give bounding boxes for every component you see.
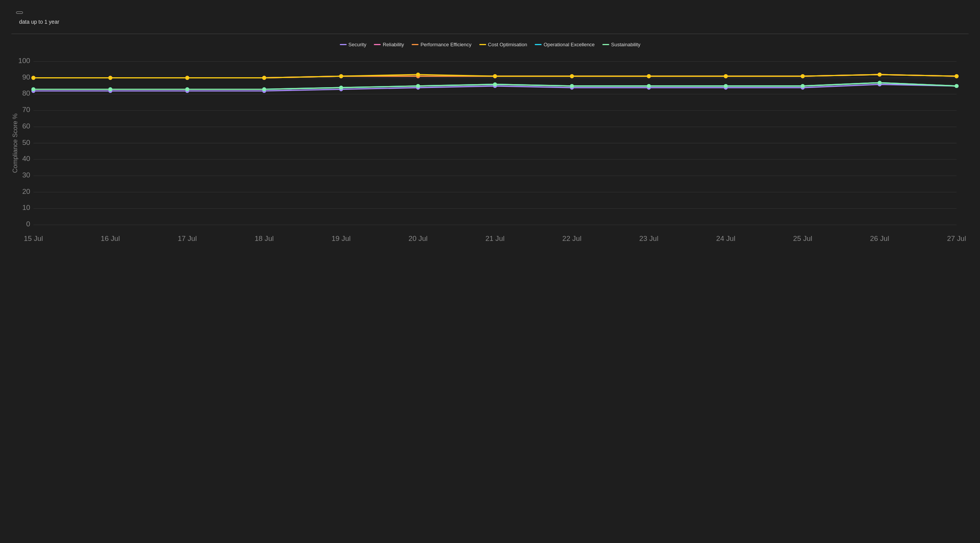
svg-point-84 xyxy=(647,74,651,78)
chart-svg: 0102030405060708090100Compliance Score %… xyxy=(11,54,969,245)
svg-text:26 Jul: 26 Jul xyxy=(870,234,889,242)
svg-text:17 Jul: 17 Jul xyxy=(178,234,197,242)
svg-point-104 xyxy=(185,88,189,91)
svg-text:19 Jul: 19 Jul xyxy=(331,234,350,242)
deprecated-badge xyxy=(16,11,23,14)
svg-text:18 Jul: 18 Jul xyxy=(255,234,274,242)
svg-text:16 Jul: 16 Jul xyxy=(101,234,120,242)
divider xyxy=(11,34,969,34)
svg-point-76 xyxy=(31,76,35,80)
svg-text:15 Jul: 15 Jul xyxy=(24,234,43,242)
svg-point-102 xyxy=(31,88,35,91)
svg-point-110 xyxy=(647,84,651,88)
svg-point-106 xyxy=(339,86,343,89)
svg-rect-0 xyxy=(11,54,969,245)
svg-point-85 xyxy=(724,74,728,78)
bullet-list: data up to 1 year xyxy=(19,18,969,26)
legend-color xyxy=(412,44,419,45)
svg-point-112 xyxy=(801,84,805,88)
svg-point-78 xyxy=(185,76,189,80)
legend-label: Cost Optimisation xyxy=(488,42,527,47)
legend-item: Operational Excellence xyxy=(535,42,595,47)
legend-label: Security xyxy=(349,42,367,47)
legend-color xyxy=(535,44,542,45)
legend-label: Operational Excellence xyxy=(544,42,595,47)
svg-text:70: 70 xyxy=(22,106,30,114)
svg-point-109 xyxy=(570,84,574,88)
legend-label: Reliability xyxy=(383,42,404,47)
svg-text:20 Jul: 20 Jul xyxy=(409,234,428,242)
legend-color xyxy=(602,44,609,45)
header-section: data up to 1 year xyxy=(11,11,969,26)
svg-point-80 xyxy=(339,74,343,78)
svg-point-88 xyxy=(954,74,958,78)
chart-container: SecurityReliabilityPerformance Efficienc… xyxy=(11,42,969,256)
legend-label: Performance Efficiency xyxy=(420,42,471,47)
svg-text:20: 20 xyxy=(22,187,30,195)
svg-point-105 xyxy=(262,88,266,91)
legend-item: Sustainability xyxy=(602,42,641,47)
legend-color xyxy=(374,44,381,45)
svg-point-79 xyxy=(262,76,266,80)
svg-text:40: 40 xyxy=(22,155,30,163)
legend-item: Security xyxy=(340,42,367,47)
svg-text:60: 60 xyxy=(22,122,30,130)
svg-text:90: 90 xyxy=(22,73,30,81)
description: data up to 1 year xyxy=(11,18,969,26)
legend: SecurityReliabilityPerformance Efficienc… xyxy=(11,42,969,47)
svg-text:24 Jul: 24 Jul xyxy=(716,234,735,242)
legend-label: Sustainability xyxy=(611,42,641,47)
svg-point-87 xyxy=(878,73,881,76)
svg-point-108 xyxy=(493,83,497,86)
svg-text:27 Jul: 27 Jul xyxy=(947,234,966,242)
svg-text:100: 100 xyxy=(18,57,30,65)
legend-item: Reliability xyxy=(374,42,404,47)
chart-area: 0102030405060708090100Compliance Score %… xyxy=(11,54,969,245)
svg-text:80: 80 xyxy=(22,89,30,98)
svg-point-103 xyxy=(108,88,112,91)
svg-text:0: 0 xyxy=(26,220,30,228)
svg-text:21 Jul: 21 Jul xyxy=(485,234,505,242)
svg-text:Compliance Score %: Compliance Score % xyxy=(11,114,19,173)
legend-item: Performance Efficiency xyxy=(412,42,471,47)
svg-point-86 xyxy=(801,74,805,78)
svg-point-111 xyxy=(724,84,728,88)
svg-point-81 xyxy=(416,73,420,76)
svg-point-82 xyxy=(493,74,497,78)
svg-text:25 Jul: 25 Jul xyxy=(793,234,812,242)
legend-color xyxy=(479,44,486,45)
svg-point-113 xyxy=(878,81,881,85)
svg-text:23 Jul: 23 Jul xyxy=(639,234,659,242)
svg-point-114 xyxy=(954,84,958,88)
svg-point-77 xyxy=(108,76,112,80)
legend-color xyxy=(340,44,347,45)
svg-text:50: 50 xyxy=(22,138,30,146)
svg-text:22 Jul: 22 Jul xyxy=(562,234,581,242)
svg-point-83 xyxy=(570,74,574,78)
svg-point-107 xyxy=(416,84,420,88)
svg-text:10: 10 xyxy=(22,204,30,212)
svg-text:30: 30 xyxy=(22,171,30,179)
legend-item: Cost Optimisation xyxy=(479,42,527,47)
title-row xyxy=(11,11,969,14)
